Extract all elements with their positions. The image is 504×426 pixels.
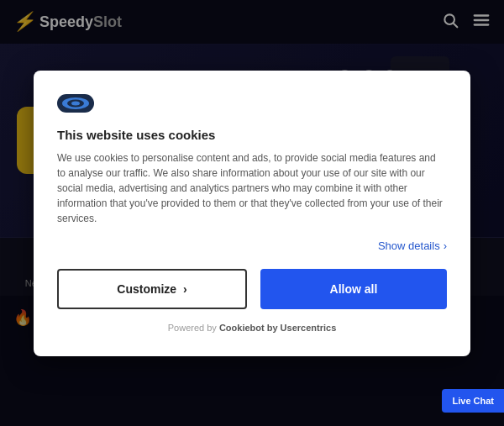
cookiebot-link[interactable]: Cookiebot by Usercentrics — [219, 323, 336, 333]
show-details-text: Show details — [378, 239, 440, 252]
cookie-body: We use cookies to personalise content an… — [57, 150, 447, 226]
cookie-overlay: This website uses cookies We use cookies… — [0, 0, 504, 426]
live-chat-button[interactable]: Live Chat — [442, 389, 504, 413]
svg-point-33 — [71, 101, 80, 105]
cookie-powered-by: Powered by Cookiebot by Usercentrics — [57, 323, 447, 333]
customize-arrow-icon: › — [183, 282, 187, 296]
cookie-modal: This website uses cookies We use cookies… — [34, 71, 470, 356]
allow-all-button[interactable]: Allow all — [260, 269, 447, 309]
customize-button[interactable]: Customize › — [57, 269, 247, 309]
cookie-buttons: Customize › Allow all — [57, 269, 447, 309]
show-details-link[interactable]: Show details › — [57, 239, 447, 252]
show-details-arrow-icon: › — [444, 239, 447, 252]
cookiebot-logo-svg — [57, 94, 94, 113]
cookie-title: This website uses cookies — [57, 128, 447, 142]
cookiebot-logo — [57, 94, 447, 116]
